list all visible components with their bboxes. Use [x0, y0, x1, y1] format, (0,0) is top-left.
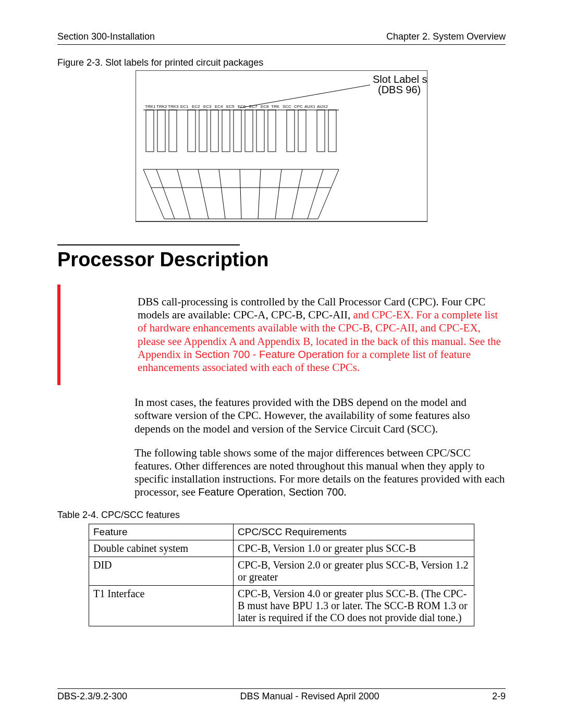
svg-text:TRK1: TRK1	[145, 104, 156, 109]
svg-text:EC1: EC1	[180, 104, 189, 109]
svg-rect-22	[199, 110, 207, 152]
footer-right: 2-9	[492, 691, 506, 702]
page-footer: DBS-2.3/9.2-300 DBS Manual - Revised Apr…	[57, 688, 506, 702]
svg-text:EC6: EC6	[238, 104, 246, 109]
th-feature: Feature	[89, 524, 234, 540]
footer-center: DBS Manual - Revised April 2000	[240, 691, 379, 702]
svg-rect-32	[328, 110, 336, 152]
svg-rect-24	[222, 110, 230, 152]
paragraph-1-wrap: DBS call-processing is controlled by the…	[57, 285, 506, 385]
figure-caption: Figure 2-3. Slot labels for printed circ…	[57, 57, 506, 68]
svg-rect-27	[256, 110, 264, 152]
callout-line2: (DBS 96)	[378, 84, 421, 95]
p3-t2: Feature Operation, Section 700	[198, 486, 344, 498]
svg-rect-23	[211, 110, 218, 152]
svg-text:EC7: EC7	[249, 104, 258, 109]
svg-text:AUX2: AUX2	[317, 104, 328, 109]
svg-line-40	[258, 169, 261, 219]
svg-text:AUX1: AUX1	[304, 104, 315, 109]
svg-rect-28	[268, 110, 276, 152]
th-requirements: CPC/SCC Requirements	[234, 524, 474, 540]
table-header-row: Feature CPC/SCC Requirements	[89, 524, 474, 540]
page: Section 300-Installation Chapter 2. Syst…	[0, 0, 563, 728]
paragraph-3: The following table shows some of the ma…	[134, 447, 506, 499]
svg-text:EC3: EC3	[203, 104, 212, 109]
svg-rect-25	[234, 110, 241, 152]
footer-left: DBS-2.3/9.2-300	[57, 691, 127, 702]
cell: CPC-B, Version 1.0 or greater plus SCC-B	[234, 540, 474, 557]
cell: T1 Interface	[89, 586, 234, 626]
cell: CPC-B, Version 2.0 or greater plus SCC-B…	[234, 557, 474, 586]
svg-rect-30	[298, 110, 306, 152]
paragraph-1: DBS call-processing is controlled by the…	[138, 295, 506, 374]
page-header: Section 300-Installation Chapter 2. Syst…	[57, 31, 506, 45]
table-row: DID CPC-B, Version 2.0 or greater plus S…	[89, 557, 474, 586]
features-table: Feature CPC/SCC Requirements Double cabi…	[89, 524, 474, 626]
svg-rect-31	[317, 110, 325, 152]
svg-rect-18	[146, 110, 154, 152]
svg-rect-29	[287, 110, 295, 152]
svg-text:SCC: SCC	[283, 104, 291, 109]
callout-line1: Slot Label s	[373, 73, 427, 85]
cell: CPC-B, Version 4.0 or greater plus SCC-B…	[234, 586, 474, 626]
svg-rect-26	[245, 110, 253, 152]
svg-text:EC2: EC2	[192, 104, 200, 109]
svg-line-35	[156, 169, 175, 219]
slot-diagram: Slot Label s (DBS 96) TRK1 TRK2 TRK3 EC1…	[136, 70, 427, 229]
svg-line-39	[240, 169, 241, 219]
slot-labels: TRK1 TRK2 TRK3 EC1 EC2 EC3 EC4 EC5 EC6 E…	[145, 104, 328, 109]
svg-line-36	[177, 169, 190, 219]
table-row: T1 Interface CPC-B, Version 4.0 or great…	[89, 586, 474, 626]
section-title: Processor Description	[57, 249, 506, 271]
svg-rect-21	[188, 110, 195, 152]
change-bar	[57, 285, 60, 385]
svg-rect-19	[157, 110, 165, 152]
header-right: Chapter 2. System Overview	[386, 31, 506, 42]
svg-text:CPC: CPC	[294, 104, 303, 109]
svg-text:TRK2: TRK2	[156, 104, 167, 109]
p3-t3: .	[344, 486, 346, 498]
svg-line-41	[275, 169, 282, 219]
svg-line-38	[219, 169, 225, 219]
section-rule	[57, 244, 240, 245]
svg-line-42	[292, 169, 302, 219]
table-caption: Table 2-4. CPC/SCC features	[57, 510, 506, 521]
header-left: Section 300-Installation	[57, 31, 155, 42]
svg-rect-20	[169, 110, 177, 152]
p1-t3: Section 700 - Feature Operation	[195, 349, 344, 360]
paragraph-2: In most cases, the features provided wit…	[134, 396, 506, 436]
svg-text:EC4: EC4	[215, 104, 223, 109]
diagram-svg: Slot Label s (DBS 96) TRK1 TRK2 TRK3 EC1…	[136, 70, 427, 227]
cell: Double cabinet system	[89, 540, 234, 557]
svg-text:TRK: TRK	[271, 104, 280, 109]
svg-text:EC8: EC8	[261, 104, 269, 109]
table-row: Double cabinet system CPC-B, Version 1.0…	[89, 540, 474, 557]
svg-text:TRK3: TRK3	[168, 104, 179, 109]
svg-text:EC5: EC5	[226, 104, 235, 109]
cell: DID	[89, 557, 234, 586]
svg-line-37	[198, 169, 209, 219]
